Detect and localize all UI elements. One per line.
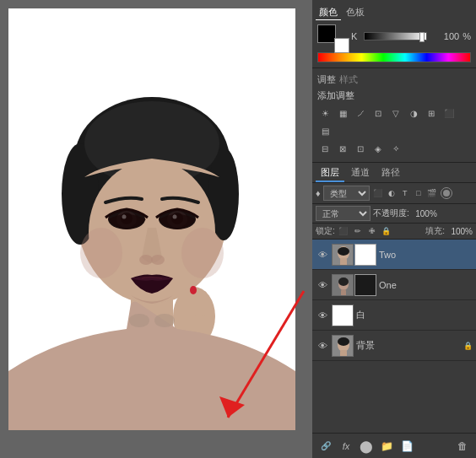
adj-icon2-5[interactable]: ⟡: [388, 141, 403, 156]
adj-exposure-icon[interactable]: ⊡: [371, 105, 386, 121]
adj-bw-icon[interactable]: ⬛: [441, 105, 457, 121]
svg-point-18: [139, 255, 153, 265]
new-group-btn[interactable]: 📁: [378, 438, 395, 455]
canvas-image: [8, 8, 295, 430]
color-value: 100: [434, 31, 459, 41]
filter-shape-icon[interactable]: □: [413, 187, 425, 199]
layer-thumb-main-one: [332, 274, 354, 296]
blend-mode-dropdown[interactable]: 正常 溶解 正片叠底: [316, 206, 371, 221]
adj-brightness-icon[interactable]: ☀: [317, 105, 333, 121]
lock-image-btn[interactable]: ✏: [352, 225, 364, 237]
delete-layer-btn[interactable]: 🗑: [454, 438, 471, 455]
adj-icon2-1[interactable]: ⊟: [317, 141, 333, 156]
adj-icon2-2[interactable]: ⊠: [335, 141, 350, 156]
background-swatch[interactable]: [334, 38, 349, 53]
new-fill-btn[interactable]: ⬤: [358, 438, 375, 455]
layer-thumb-mask-two: [354, 244, 376, 266]
layer-thumb-mask-one: [354, 274, 376, 296]
swatch-container[interactable]: [317, 24, 344, 48]
layer-item-one[interactable]: 👁 One: [312, 270, 476, 300]
adj-icon2-4[interactable]: ◈: [371, 141, 386, 156]
layers-toolbar: 🔗 fx ⬤ 📁 📄 🗑: [312, 433, 476, 458]
tab-paths[interactable]: 路径: [376, 164, 405, 182]
filter-pixel-icon[interactable]: ⬛: [372, 187, 384, 199]
adj-colorbalance-icon[interactable]: ⊞: [424, 105, 439, 121]
filter-icon: ♦: [316, 188, 321, 198]
color-slider[interactable]: [364, 32, 427, 40]
lock-position-btn[interactable]: ✙: [366, 225, 378, 237]
svg-rect-36: [341, 289, 346, 296]
fx-btn[interactable]: fx: [338, 438, 354, 455]
layer-name-one: One: [379, 280, 473, 290]
adj-subtitle: 添加调整: [317, 89, 471, 102]
filter-icons-group: ⬛ ◐ T □ 🎬: [372, 187, 438, 199]
adj-icon2-3[interactable]: ⊡: [353, 141, 368, 156]
filter-text-icon[interactable]: T: [399, 187, 411, 199]
layer-thumb-white: [332, 304, 354, 326]
color-panel: 颜色 色板 K 100 %: [312, 0, 476, 68]
svg-point-33: [338, 247, 349, 256]
layer-eye-one[interactable]: 👁: [316, 278, 329, 292]
adj-levels-icon[interactable]: ▦: [335, 105, 350, 121]
lock-transparent-btn[interactable]: ⬛: [338, 225, 349, 237]
adj-grid-icon[interactable]: ▤: [317, 123, 333, 138]
layers-tabs: 图层 通道 路径: [312, 163, 476, 183]
type-filter-dropdown[interactable]: 类型 名称 效果: [323, 186, 370, 201]
woman-portrait: [8, 8, 295, 430]
rainbow-bar[interactable]: [317, 52, 471, 62]
foreground-swatch[interactable]: [317, 24, 336, 43]
tab-color[interactable]: 颜色: [316, 5, 341, 20]
blend-mode-row: 正常 溶解 正片叠底 不透明度: 100%: [312, 204, 476, 224]
tab-swatches[interactable]: 色板: [343, 5, 368, 20]
layer-item-two[interactable]: 👁 Two: [312, 240, 476, 270]
svg-point-41: [338, 337, 349, 346]
color-label: K: [351, 31, 357, 41]
svg-point-25: [154, 314, 175, 327]
svg-point-23: [190, 286, 197, 294]
tab-adjustments[interactable]: 调整: [317, 73, 336, 86]
filter-smart-icon[interactable]: 🎬: [426, 187, 438, 199]
layer-eye-bg[interactable]: 👁: [316, 339, 329, 353]
new-layer-btn[interactable]: 📄: [398, 438, 415, 455]
layer-eye-white[interactable]: 👁: [316, 309, 329, 322]
svg-rect-32: [340, 258, 347, 266]
fill-value: 100%: [447, 227, 473, 236]
layer-item-white[interactable]: 👁 白: [312, 300, 476, 331]
svg-point-24: [129, 314, 149, 327]
layers-list: 👁 Two: [312, 240, 476, 433]
color-panel-tabs: 颜色 色板: [312, 3, 476, 22]
tab-channels[interactable]: 通道: [346, 164, 375, 182]
adj-icons-row-1: ☀ ▦ ⟋ ⊡ ▽ ◑ ⊞ ⬛ ▤: [317, 105, 471, 138]
filter-adj-icon[interactable]: ◐: [386, 187, 398, 199]
layers-filter-row: ♦ 类型 名称 效果 ⬛ ◐ T □ 🎬: [312, 183, 476, 204]
lock-label: 锁定:: [316, 225, 335, 237]
adj-gradient-icon[interactable]: ▽: [388, 105, 403, 121]
layer-name-bg: 背景: [356, 339, 462, 352]
layers-panel: 图层 通道 路径 ♦ 类型 名称 效果 ⬛ ◐ T □ 🎬: [312, 163, 476, 458]
adjustments-panel: 调整 样式 添加调整 ☀ ▦ ⟋ ⊡ ▽ ◑ ⊞ ⬛ ▤ ⊟ ⊠ ⊡ ◈ ⟡: [312, 68, 476, 163]
lock-all-btn[interactable]: 🔒: [381, 225, 392, 237]
svg-point-37: [338, 277, 349, 286]
layer-name-two: Two: [379, 250, 473, 260]
tab-style[interactable]: 样式: [339, 73, 358, 86]
filter-toggle[interactable]: [441, 187, 452, 199]
color-percent: %: [462, 31, 471, 41]
tab-layers[interactable]: 图层: [316, 164, 344, 182]
opacity-label: 不透明度:: [373, 207, 409, 219]
fill-label: 填充:: [425, 225, 445, 237]
adj-hue-icon[interactable]: ◑: [406, 105, 421, 121]
svg-rect-40: [340, 350, 347, 357]
adj-curves-icon[interactable]: ⟋: [353, 105, 368, 121]
svg-point-27: [181, 228, 224, 278]
opacity-value: 100%: [412, 209, 437, 218]
color-row: K 100 %: [312, 22, 476, 51]
link-styles-btn[interactable]: 🔗: [317, 438, 334, 455]
layer-thumb-main-white: [332, 304, 354, 326]
layer-thumb-two: [332, 244, 376, 266]
svg-point-19: [151, 255, 165, 265]
layer-thumb-main-two: [332, 244, 354, 266]
layer-item-bg[interactable]: 👁 背景 🔒: [312, 331, 476, 361]
lock-row: 锁定: ⬛ ✏ ✙ 🔒 填充: 100%: [312, 224, 476, 240]
layer-thumb-one: [332, 274, 376, 296]
layer-eye-two[interactable]: 👁: [316, 248, 329, 261]
